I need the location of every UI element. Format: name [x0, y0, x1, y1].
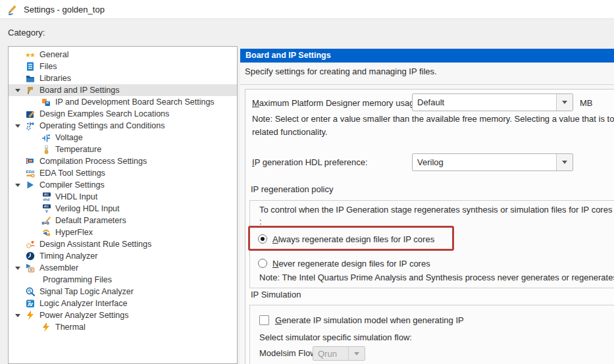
default-parameters-icon: a=b: [41, 216, 54, 225]
design-examples-icon: [26, 109, 38, 118]
expand-arrow-icon[interactable]: [13, 314, 26, 317]
sidebar-item-label: Libraries: [39, 74, 71, 83]
simulation-group-title: IP Simulation: [251, 289, 301, 301]
temperature-icon: [41, 145, 54, 154]
hyperflex-icon: [41, 228, 54, 237]
svg-text:EDA: EDA: [26, 169, 36, 174]
sidebar-item[interactable]: Power Analyzer Settings: [9, 309, 237, 321]
memory-usage-label: Maximum Platform Designer memory usage:: [252, 94, 421, 112]
sidebar-item[interactable]: ★★General: [9, 49, 237, 61]
expand-arrow-icon[interactable]: [13, 124, 26, 128]
general-stars-icon: ★★: [26, 50, 38, 59]
settings-pencil-icon: [7, 3, 18, 15]
voltage-icon: [41, 133, 54, 142]
memory-usage-value: Default: [417, 97, 444, 107]
compiler-settings-icon: [26, 180, 38, 190]
category-label: Category:: [8, 28, 45, 38]
svg-text:abc: abc: [43, 193, 49, 196]
sidebar-item[interactable]: Libraries: [9, 72, 237, 84]
sidebar-item-label: Thermal: [55, 323, 86, 332]
logic-analyzer-icon: [26, 299, 38, 308]
sidebar-item[interactable]: Assembler: [9, 262, 237, 274]
panel-title: Board and IP Settings: [240, 49, 614, 63]
sidebar-item-label: General: [39, 50, 68, 59]
regeneration-description-line1: To control when the IP Generation stage …: [259, 204, 614, 216]
svg-text:★: ★: [30, 51, 36, 59]
compilation-process-icon: [26, 157, 38, 166]
memory-unit-label: MB: [580, 94, 593, 112]
regeneration-group-title: IP regeneration policy: [251, 184, 334, 195]
generate-ip-sim-checkbox-row[interactable]: Generate IP simulation model when genera…: [259, 314, 464, 326]
svg-text:a=b: a=b: [42, 221, 49, 225]
memory-usage-dropdown[interactable]: Default: [412, 93, 573, 111]
sidebar-item-label: HyperFlex: [55, 228, 93, 237]
memory-note-line1: Note: Select or enter a value smaller th…: [252, 113, 614, 125]
sidebar-item-label: Signal Tap Logic Analyzer: [39, 287, 134, 296]
chevron-down-icon[interactable]: [556, 154, 573, 170]
panel-subtitle: Specify settings for creating and managi…: [245, 66, 437, 76]
sidebar-item-label: Compiler Settings: [39, 180, 105, 190]
checkbox-icon[interactable]: [259, 315, 269, 325]
thermal-icon: [41, 323, 54, 332]
radio-always-regenerate[interactable]: Always regenerate design files for IP co…: [258, 232, 434, 246]
panel-separator: [240, 84, 614, 85]
simulation-groupbox: Generate IP simulation model when genera…: [249, 305, 614, 364]
radio-button-selected-icon[interactable]: [258, 234, 267, 244]
signal-tap-icon: [26, 287, 38, 296]
sidebar-item[interactable]: a=bDefault Parameters: [9, 215, 237, 226]
hdl-preference-dropdown[interactable]: Verilog: [412, 153, 573, 171]
regeneration-description-line2: :: [259, 216, 614, 228]
power-analyzer-icon: [26, 311, 38, 320]
sidebar-item[interactable]: Compilation Process Settings: [9, 155, 237, 167]
design-assistant-icon: [26, 240, 38, 249]
sidebar-item-label: Board and IP Settings: [39, 86, 119, 95]
sidebar-item[interactable]: Board and IP Settings: [9, 84, 237, 96]
expand-arrow-icon[interactable]: [13, 89, 26, 92]
radio-never-regenerate[interactable]: Never regenerate design files for IP cor…: [258, 256, 430, 271]
vhdl-input-icon: abcvhd: [41, 192, 54, 201]
sidebar-item-label: EDA Tool Settings: [39, 169, 105, 178]
sidebar-item[interactable]: IP and Development Board Search Settings: [9, 96, 237, 108]
sidebar-item-label: Default Parameters: [55, 216, 126, 225]
sidebar-item[interactable]: Voltage: [9, 132, 237, 143]
libraries-folder-icon: [26, 74, 38, 83]
sidebar-item[interactable]: Programming Files: [9, 274, 237, 286]
eda-tool-icon: EDA: [26, 169, 38, 178]
sidebar-item-label: Operating Settings and Conditions: [39, 121, 165, 130]
sidebar-item[interactable]: HyperFlex: [9, 226, 237, 238]
sidebar-item-label: Design Assistant Rule Settings: [39, 240, 151, 249]
expand-arrow-icon[interactable]: [13, 184, 26, 187]
sidebar-item[interactable]: Compiler Settings: [9, 179, 237, 191]
sidebar-item-label: Power Analyzer Settings: [39, 311, 129, 320]
sidebar-item[interactable]: Logic Analyzer Interface: [9, 298, 237, 309]
window-titlebar: Settings - golden_top: [0, 0, 614, 19]
sidebar-item-label: Programming Files: [43, 275, 112, 284]
chevron-down-icon[interactable]: [556, 94, 573, 111]
sidebar-item[interactable]: abcvVerilog HDL Input: [9, 203, 237, 215]
sidebar-item[interactable]: Design Examples Search Locations: [9, 108, 237, 120]
sidebar-item-label: Temperature: [55, 145, 101, 154]
timing-analyzer-icon: [26, 251, 38, 261]
expand-arrow-icon[interactable]: [13, 267, 26, 270]
operating-conditions-icon: [26, 121, 38, 130]
sidebar-item-label: Logic Analyzer Interface: [39, 299, 127, 308]
sidebar-item[interactable]: EDAEDA Tool Settings: [9, 167, 237, 179]
sidebar-item-label: Voltage: [55, 133, 83, 142]
category-tree[interactable]: ★★GeneralFilesLibrariesBoard and IP Sett…: [8, 46, 238, 364]
sidebar-item[interactable]: Signal Tap Logic Analyzer: [9, 286, 237, 298]
sidebar-item[interactable]: Operating Settings and Conditions: [9, 120, 237, 132]
sidebar-item[interactable]: Files: [9, 61, 237, 72]
sidebar-item[interactable]: Temperature: [9, 143, 237, 155]
modelsim-flow-dropdown[interactable]: Qrun: [313, 346, 365, 361]
modelsim-flow-label: Modelsim Flow: [259, 346, 317, 361]
verilog-input-icon: abcv: [41, 204, 54, 213]
sidebar-item[interactable]: Thermal: [9, 321, 237, 333]
radio-button-icon[interactable]: [258, 259, 267, 268]
memory-note-line2: related functionality.: [252, 126, 614, 138]
chevron-down-icon: [348, 347, 365, 360]
sidebar-item[interactable]: abcvhdVHDL Input: [9, 191, 237, 203]
sidebar-item-label: Files: [39, 62, 57, 71]
sidebar-item[interactable]: Timing Analyzer: [9, 250, 237, 262]
sidebar-item[interactable]: Design Assistant Rule Settings: [9, 238, 237, 250]
regeneration-groupbox: To control when the IP Generation stage …: [249, 200, 614, 288]
